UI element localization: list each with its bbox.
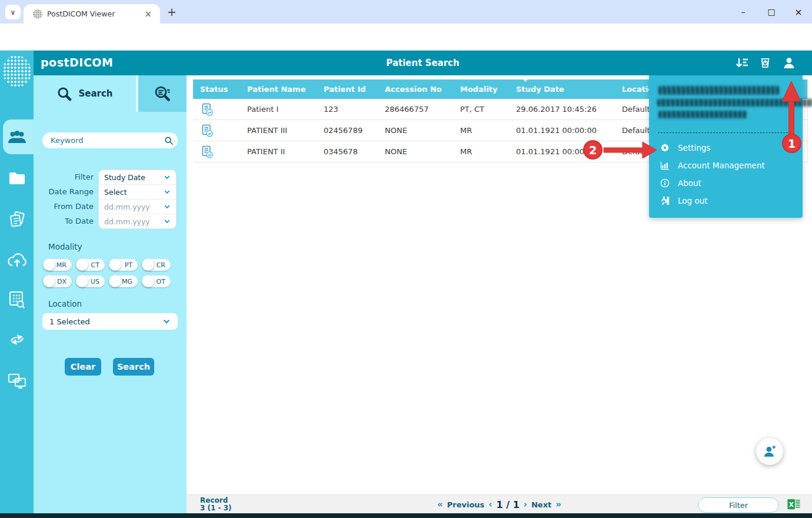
redacted-line xyxy=(658,86,779,95)
col-status[interactable]: Status xyxy=(193,85,240,94)
tab-advanced-search[interactable] xyxy=(138,75,187,112)
modality-toggle-pt[interactable]: PT xyxy=(109,259,138,271)
rail-item-studies[interactable] xyxy=(0,202,34,237)
new-tab-button[interactable]: + xyxy=(167,5,177,18)
cell-study-date: 01.01.1921 00:00:00 xyxy=(509,126,615,135)
modality-option-label: CT xyxy=(91,261,99,269)
user-dropdown-menu: Settings Account Management About Log ou… xyxy=(649,75,803,218)
rail-item-folders[interactable] xyxy=(0,161,34,195)
page-title: Patient Search xyxy=(34,58,812,68)
tab-search[interactable]: Search xyxy=(34,75,136,112)
export-excel-button[interactable]: X xyxy=(787,497,801,511)
step-2-badge: 2 xyxy=(583,140,603,160)
to-date-value: dd.mm.yyyy xyxy=(104,217,150,226)
modality-toggle-ct[interactable]: CT xyxy=(76,259,105,271)
modality-option-label: US xyxy=(91,278,99,285)
status-cell xyxy=(193,102,240,117)
app-header: postDICOM Patient Search xyxy=(34,51,812,75)
cell-study-date: 29.06.2017 10:45:26 xyxy=(509,105,615,114)
next-button[interactable]: Next xyxy=(531,500,551,509)
location-label: Location xyxy=(48,299,82,308)
location-value: 1 Selected xyxy=(49,317,90,326)
postdicom-logo-mark xyxy=(3,55,31,87)
rail-item-transfer[interactable] xyxy=(0,364,34,398)
menu-item-label: Settings xyxy=(678,143,710,152)
study-status-icon xyxy=(200,102,214,117)
browser-tab[interactable]: PostDICOM Viewer × xyxy=(24,4,160,24)
document-stack-icon xyxy=(8,211,26,228)
to-date-select[interactable]: dd.mm.yyyy xyxy=(99,214,176,228)
toggle-knob xyxy=(109,275,121,287)
add-patient-fab[interactable] xyxy=(756,438,783,465)
prev-page-icon[interactable]: ‹ xyxy=(488,499,492,510)
toggle-knob xyxy=(142,275,154,287)
from-date-select[interactable]: dd.mm.yyyy xyxy=(99,199,176,214)
previous-button[interactable]: Previous xyxy=(447,500,485,509)
col-study-date[interactable]: Study Date xyxy=(509,85,615,94)
chevron-down-icon xyxy=(164,174,171,181)
clear-button[interactable]: Clear xyxy=(65,358,101,376)
menu-item-account-management[interactable]: Account Management xyxy=(660,158,792,173)
window-maximize-button[interactable]: □ xyxy=(758,0,785,24)
filter-button[interactable]: Filter xyxy=(698,497,779,513)
chevron-down-icon xyxy=(164,218,171,225)
next-page-icon[interactable]: › xyxy=(524,499,527,510)
to-date-label: To Date xyxy=(35,217,94,225)
cell-patient-name: PATIENT II xyxy=(240,147,317,156)
rail-item-patient-search[interactable] xyxy=(0,120,34,154)
modality-toggle-mg[interactable]: MG xyxy=(109,275,138,287)
col-accession-no[interactable]: Accession No xyxy=(378,85,453,94)
menu-item-logout[interactable]: Log out xyxy=(660,193,792,208)
tab-close-icon[interactable]: × xyxy=(142,9,154,19)
modality-toggle-ot[interactable]: OT xyxy=(142,275,171,287)
redacted-user-info xyxy=(649,75,803,118)
filter-select[interactable]: Study Date xyxy=(99,170,176,184)
rail-item-worklist[interactable] xyxy=(0,283,34,317)
cell-accession-no: NONE xyxy=(378,147,453,156)
cell-patient-id: 02456789 xyxy=(317,126,378,135)
modality-toggle-us[interactable]: US xyxy=(76,275,105,287)
col-patient-name[interactable]: Patient Name xyxy=(240,85,317,94)
bar-chart-icon xyxy=(660,160,670,171)
keyword-input[interactable] xyxy=(42,132,178,148)
tab-search-button[interactable]: ∨ xyxy=(5,5,21,19)
menu-item-about[interactable]: About xyxy=(660,175,792,191)
step-1-badge: 1 xyxy=(782,134,801,153)
user-account-icon[interactable] xyxy=(782,56,796,70)
toggle-knob xyxy=(43,258,55,271)
modality-option-label: PT xyxy=(125,261,132,269)
chevron-down-icon: ∨ xyxy=(11,8,16,16)
cell-patient-name: PATIENT III xyxy=(240,126,317,135)
modality-toggle-dx[interactable]: DX xyxy=(44,275,72,287)
window-close-button[interactable]: × xyxy=(785,0,812,24)
modality-toggle-cr[interactable]: CR xyxy=(142,259,171,271)
date-range-select[interactable]: Select xyxy=(99,184,176,199)
logout-icon xyxy=(660,195,670,206)
redacted-line xyxy=(658,111,747,118)
col-modality[interactable]: Modality xyxy=(453,85,509,94)
rail-item-share[interactable] xyxy=(0,323,34,357)
info-icon xyxy=(660,178,670,188)
sort-list-icon[interactable] xyxy=(735,56,749,70)
cell-modality: MR xyxy=(453,126,509,135)
modality-option-label: CR xyxy=(157,261,165,269)
rail-item-upload[interactable] xyxy=(0,243,34,277)
postdicom-favicon-icon xyxy=(33,9,42,19)
cloud-upload-icon xyxy=(7,251,27,268)
window-minimize-button[interactable]: – xyxy=(730,0,757,24)
modality-toggle-mr[interactable]: MR xyxy=(44,259,72,271)
keyword-search-icon[interactable] xyxy=(164,136,174,145)
search-button[interactable]: Search xyxy=(113,358,154,376)
last-page-icon[interactable]: » xyxy=(555,499,561,510)
menu-item-settings[interactable]: Settings xyxy=(660,140,792,155)
location-select[interactable]: 1 Selected xyxy=(42,313,178,330)
trash-icon[interactable] xyxy=(758,56,773,70)
sort-desc-icon xyxy=(522,78,529,82)
col-patient-id[interactable]: Patient Id xyxy=(317,85,378,94)
gear-icon xyxy=(660,142,670,153)
status-cell xyxy=(193,124,240,138)
toggle-knob xyxy=(76,275,88,287)
menu-divider xyxy=(658,132,794,133)
cell-accession-no: 286466757 xyxy=(378,105,453,114)
first-page-icon[interactable]: « xyxy=(437,499,443,510)
